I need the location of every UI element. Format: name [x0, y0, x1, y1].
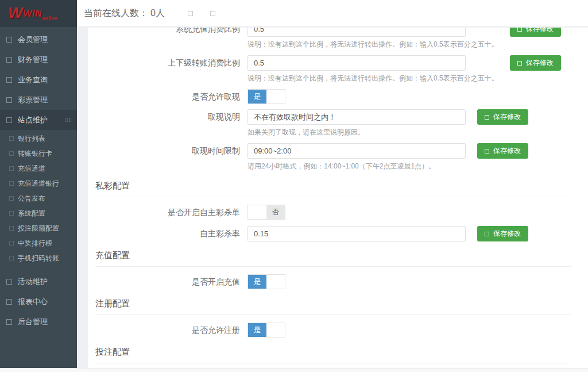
sidebar-subitem-bank-list[interactable]: 银行列表 [0, 131, 77, 146]
transfer-ratio-row: 上下级转账消费比例 说明：没有达到这个比例，将无法进行转出操作。例如：输入0.5… [88, 55, 579, 84]
register-allow-toggle[interactable]: 是 [247, 323, 285, 338]
submenu-box-icon [9, 241, 14, 246]
submenu-box-icon [9, 151, 14, 156]
sidebar-item-business-query[interactable]: 业务查询 [0, 70, 77, 90]
sidebar-subitem-label: 公告发布 [18, 194, 45, 204]
app-logo[interactable]: W WIN online [0, 0, 77, 27]
field-label: 是否开启充值 [88, 274, 247, 290]
sidebar-item-label: 站点维护 [18, 115, 48, 125]
top-header: 当前在线人数： 0人 [77, 0, 588, 27]
save-button-label: 保存修改 [493, 146, 521, 156]
withdraw-note-row: 取现说明 如果关闭了取现，请在这里说明原因。 保存修改 [88, 109, 579, 138]
save-box-icon [485, 149, 489, 154]
online-count-value: 0人 [150, 7, 165, 20]
submenu-box-icon [9, 196, 14, 201]
field-label: 取现说明 [88, 109, 247, 125]
sidebar-subitem-recharge-channel[interactable]: 充值通道 [0, 161, 77, 176]
field-help: 如果关闭了取现，请在这里说明原因。 [247, 128, 466, 136]
save-button[interactable]: 保存修改 [477, 226, 528, 241]
sidebar-item-admin-management[interactable]: 后台管理 [0, 312, 77, 332]
withdraw-note-input[interactable] [247, 109, 466, 125]
placeholder-icon[interactable] [210, 11, 215, 16]
sidebar-subitem-label: 投注限额配置 [18, 224, 59, 233]
save-button-label: 保存修改 [493, 112, 521, 122]
save-button-label: 保存修改 [526, 28, 554, 34]
sidebar-subitem-announcement-publish[interactable]: 公告发布 [0, 191, 77, 206]
save-button-label: 保存修改 [526, 58, 554, 68]
withdraw-time-input[interactable] [247, 143, 466, 159]
save-button[interactable]: 保存修改 [510, 55, 561, 71]
sidebar-item-member-management[interactable]: 会员管理 [0, 29, 77, 49]
recharge-enable-toggle[interactable]: 是 [247, 274, 285, 289]
sidebar-subitem-label: 系统配置 [18, 209, 45, 218]
sidebar-item-report-center[interactable]: 报表中心 [0, 292, 77, 312]
submenu-box-icon [9, 256, 14, 260]
placeholder-icon[interactable] [188, 11, 193, 16]
sidebar-subitem-label: 中奖排行榜 [18, 239, 52, 248]
system-config-panel: 系统充值消费比例 说明：没有达到这个比例，将无法进行转出操作。例如：输入0.5表… [88, 28, 588, 368]
sidebar-subitem-label: 银行列表 [18, 134, 45, 144]
field-label: 是否允许取现 [88, 89, 247, 105]
submenu-box-icon [9, 226, 14, 231]
toggle-off-side [266, 323, 285, 337]
menu-box-icon [6, 279, 12, 285]
menu-box-icon [6, 77, 12, 83]
allow-withdraw-toggle[interactable]: 是 [247, 89, 285, 104]
sidebar-item-label: 业务查询 [18, 75, 48, 85]
sidebar-subitem-mobile-qr-transfer[interactable]: 手机扫码转账 [0, 251, 77, 266]
bottom-edge-strip [0, 368, 588, 372]
sidebar-item-site-maintenance[interactable]: 站点维护 [0, 110, 77, 130]
sidebar-item-label: 活动维护 [18, 277, 48, 287]
sidebar-item-activity-maintenance[interactable]: 活动维护 [0, 271, 77, 292]
sidebar-item-lottery-management[interactable]: 彩票管理 [0, 90, 77, 110]
sidebar-subitem-transfer-bank-card[interactable]: 转账银行卡 [0, 146, 77, 161]
menu-box-icon [6, 57, 12, 63]
allow-withdraw-row: 是否允许取现 是 [88, 89, 579, 105]
section-title-register: 注册配置 [95, 298, 571, 315]
toggle-off-label: 否 [266, 205, 285, 219]
submenu-box-icon [9, 136, 14, 141]
admin-page: W WIN online 会员管理 财务管理 业务查询 彩票管理 [0, 0, 588, 372]
field-label: 系统充值消费比例 [88, 28, 247, 37]
toggle-on-label: 是 [248, 323, 266, 337]
toggle-on-label: 是 [248, 275, 266, 289]
transfer-ratio-input[interactable] [247, 55, 466, 71]
save-button[interactable]: 保存修改 [510, 28, 561, 37]
sidebar-subitem-bet-limit-config[interactable]: 投注限额配置 [0, 221, 77, 236]
sidebar-submenu: 银行列表 转账银行卡 充值通道 充值通道银行 公告发布 [0, 130, 77, 267]
sidebar-subitem-recharge-channel-bank[interactable]: 充值通道银行 [0, 176, 77, 191]
section-title-betting: 投注配置 [95, 347, 571, 363]
toggle-off-side [266, 90, 285, 103]
sidebar-subitem-label: 充值通道 [18, 164, 45, 174]
toggle-on-label: 是 [248, 90, 266, 103]
menu-box-icon [6, 299, 12, 305]
system-recharge-ratio-row: 系统充值消费比例 说明：没有达到这个比例，将无法进行转出操作。例如：输入0.5表… [88, 28, 579, 50]
collapse-indicator-icon [65, 118, 71, 122]
sidebar-subitem-label: 转账银行卡 [18, 149, 52, 159]
sidebar-item-finance-management[interactable]: 财务管理 [0, 49, 77, 70]
toggle-on-side [248, 205, 266, 219]
sidebar-item-label: 会员管理 [18, 34, 48, 45]
field-help: 请用24小时格式，例如：14:00~1:00（下午2点至凌晨1点）。 [247, 162, 466, 170]
section-title-private-lottery: 私彩配置 [95, 181, 571, 197]
field-label: 上下级转账消费比例 [88, 55, 247, 71]
self-kill-toggle[interactable]: 否 [247, 205, 285, 220]
section-title-recharge: 充值配置 [95, 250, 571, 267]
logo-brand-text: WIN [23, 9, 42, 19]
self-kill-rate-input[interactable] [247, 226, 466, 241]
sidebar-subitem-system-config[interactable]: 系统配置 [0, 206, 77, 221]
field-label: 取现时间限制 [88, 143, 247, 159]
save-box-icon [517, 28, 522, 32]
sidebar: W WIN online 会员管理 财务管理 业务查询 彩票管理 [0, 0, 77, 368]
self-kill-toggle-row: 是否开启自主彩杀单 否 [88, 205, 579, 221]
system-recharge-ratio-input[interactable] [247, 28, 466, 37]
save-button-label: 保存修改 [493, 229, 521, 239]
sidebar-item-label: 后台管理 [18, 317, 48, 327]
sidebar-subitem-winning-leaderboard[interactable]: 中奖排行榜 [0, 236, 77, 251]
save-button[interactable]: 保存修改 [477, 109, 528, 125]
logo-w-icon: W [8, 6, 22, 21]
sidebar-subitem-label: 充值通道银行 [18, 179, 59, 189]
save-button[interactable]: 保存修改 [477, 143, 528, 159]
save-box-icon [485, 232, 489, 236]
save-box-icon [485, 115, 489, 120]
